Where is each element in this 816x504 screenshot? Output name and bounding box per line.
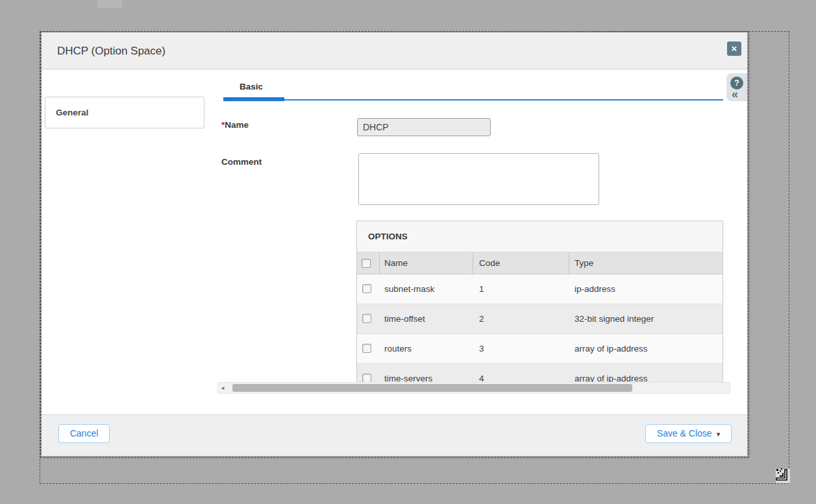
comment-textarea[interactable] bbox=[358, 153, 599, 205]
cell-name: subnet-mask bbox=[384, 274, 434, 304]
sidebar-item-label: General bbox=[56, 97, 88, 128]
close-icon[interactable]: × bbox=[727, 42, 741, 56]
column-header-type[interactable]: Type bbox=[575, 252, 593, 274]
desktop-canvas: DHCP (Option Space) × ? « Basic General … bbox=[0, 0, 816, 504]
options-section-header: OPTIONS bbox=[357, 221, 723, 252]
cell-type: ip-address bbox=[575, 274, 615, 304]
dialog-title: DHCP (Option Space) bbox=[57, 32, 166, 69]
table-row[interactable]: time-offset 2 32-bit signed integer bbox=[357, 304, 723, 334]
row-checkbox[interactable] bbox=[362, 344, 371, 353]
column-header-code[interactable]: Code bbox=[479, 252, 500, 274]
scrollbar-thumb[interactable] bbox=[232, 384, 632, 392]
column-divider bbox=[569, 252, 569, 274]
row-checkbox[interactable] bbox=[362, 284, 371, 293]
cell-type: array of ip-address bbox=[575, 334, 648, 363]
cell-code: 1 bbox=[479, 274, 484, 304]
scroll-left-arrow-icon[interactable]: ◄ bbox=[220, 385, 225, 391]
select-all-checkbox[interactable] bbox=[362, 259, 371, 268]
background-window-fragment bbox=[97, 0, 122, 8]
resize-cursor-icon[interactable] bbox=[774, 468, 791, 484]
table-row[interactable]: routers 3 array of ip-address bbox=[357, 334, 723, 364]
cell-name: time-offset bbox=[384, 304, 425, 333]
cell-name: routers bbox=[384, 334, 412, 363]
name-field-label: *Name bbox=[221, 120, 249, 130]
collapse-panel-icon[interactable]: « bbox=[732, 88, 738, 101]
dhcp-option-space-dialog: DHCP (Option Space) × ? « Basic General … bbox=[41, 32, 748, 456]
save-and-close-button[interactable]: Save & Close▾ bbox=[645, 424, 732, 443]
table-header-row: Name Code Type bbox=[357, 252, 723, 274]
tab-underline bbox=[223, 99, 723, 101]
cell-code: 2 bbox=[479, 304, 484, 333]
sidebar-item-general[interactable]: General bbox=[45, 97, 204, 128]
comment-field-label: Comment bbox=[221, 157, 262, 167]
options-section-title: OPTIONS bbox=[357, 221, 723, 252]
name-input[interactable] bbox=[357, 118, 491, 136]
horizontal-scrollbar[interactable]: ◄ bbox=[217, 382, 730, 394]
dialog-header[interactable]: DHCP (Option Space) bbox=[42, 32, 747, 69]
tab-basic[interactable]: Basic bbox=[240, 82, 263, 91]
options-table: OPTIONS Name Code Type subnet-mask 1 ip-… bbox=[356, 221, 723, 394]
table-row[interactable]: subnet-mask 1 ip-address bbox=[357, 274, 723, 304]
dropdown-caret-icon[interactable]: ▾ bbox=[717, 430, 721, 438]
cancel-button[interactable]: Cancel bbox=[58, 424, 110, 443]
row-checkbox[interactable] bbox=[362, 314, 371, 323]
cell-type: 32-bit signed integer bbox=[575, 304, 654, 333]
cell-code: 3 bbox=[479, 334, 484, 363]
column-divider bbox=[379, 252, 380, 274]
row-checkbox[interactable] bbox=[362, 374, 371, 383]
save-and-close-label: Save & Close bbox=[657, 428, 712, 438]
column-divider bbox=[473, 252, 473, 274]
column-header-name[interactable]: Name bbox=[384, 252, 408, 274]
help-panel: ? « bbox=[726, 73, 747, 101]
dialog-footer: Cancel Save & Close▾ bbox=[42, 414, 747, 456]
